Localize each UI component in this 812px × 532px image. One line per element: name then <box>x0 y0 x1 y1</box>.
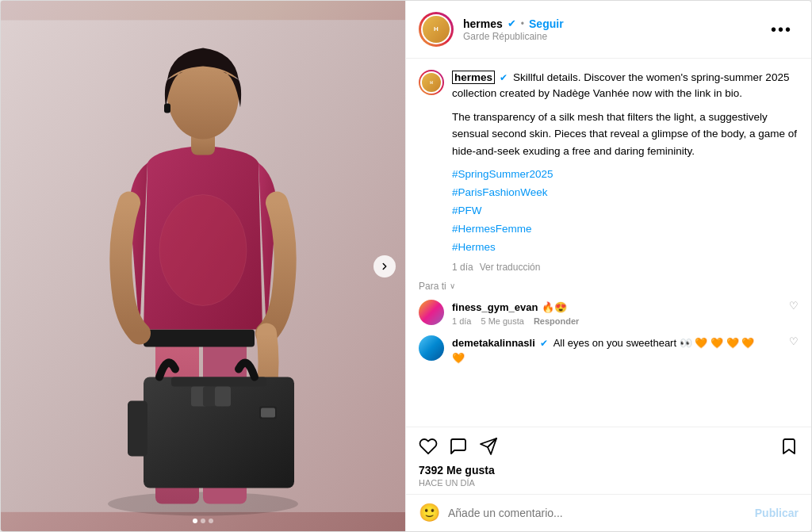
svg-rect-14 <box>215 387 231 407</box>
hashtag-3[interactable]: #PFW <box>452 202 799 220</box>
comment-2-username[interactable]: demetakalinnasli <box>452 337 535 349</box>
post-date: Hace un día <box>406 478 811 494</box>
account-name-row: hermes ✔ • Seguir <box>463 17 764 30</box>
translate-button[interactable]: Ver traducción <box>480 262 541 273</box>
post-content-side: H hermes ✔ • Seguir Garde Républicaine •… <box>405 1 811 531</box>
comment-2-verified-icon: ✔ <box>540 338 548 349</box>
dot-2 <box>201 519 205 523</box>
svg-point-6 <box>159 195 247 306</box>
more-options-button[interactable]: ••• <box>764 17 799 42</box>
hashtags: #SpringSummer2025 #ParisFashionWeek #PFW… <box>452 166 799 257</box>
caption-description: The transparency of a silk mesh that fil… <box>452 109 799 160</box>
next-arrow[interactable] <box>373 255 396 277</box>
for-you-chevron-icon: ∨ <box>450 281 455 290</box>
for-you-text: Para ti <box>419 281 446 292</box>
post-image <box>1 1 405 531</box>
save-button[interactable] <box>779 434 799 459</box>
svg-rect-5 <box>144 330 255 347</box>
comment-button[interactable] <box>449 434 468 459</box>
action-icons-row <box>419 434 799 459</box>
svg-rect-17 <box>261 408 275 418</box>
likes-count: 7392 Me gusta <box>406 462 811 478</box>
post-main: H hermes ✔ • Seguir Garde Républicaine •… <box>1 1 811 531</box>
account-info: hermes ✔ • Seguir Garde Républicaine <box>463 17 764 42</box>
caption-post-header: H hermes ✔ Skillful details. Discover th… <box>419 70 799 273</box>
comment-1-heart-icon[interactable]: ♡ <box>789 300 799 312</box>
avatar-logo-text: H <box>434 26 439 33</box>
comment-2-avatar[interactable] <box>419 335 444 361</box>
hashtag-4[interactable]: #HermesFemme <box>452 220 799 239</box>
comment-1-reply-button[interactable]: Responder <box>534 316 579 326</box>
account-header: H hermes ✔ • Seguir Garde Républicaine •… <box>406 1 811 59</box>
instagram-post: H hermes ✔ • Seguir Garde Républicaine •… <box>0 0 812 532</box>
caption-verified-icon: ✔ <box>500 72 508 83</box>
comment-1-avatar[interactable] <box>419 300 444 325</box>
caption-avatar-inner: H <box>420 71 442 94</box>
dot-3 <box>209 519 213 523</box>
comment-2-meta: 🧡 <box>452 352 781 364</box>
separator: • <box>521 18 524 29</box>
dot-1 <box>193 519 197 523</box>
svg-rect-9 <box>164 104 170 113</box>
comment-1-body: finess_gym_evan 🔥😍 1 día 5 Me gusta Resp… <box>452 300 781 326</box>
comment-1-meta: 1 día 5 Me gusta Responder <box>452 316 781 326</box>
caption-avatar-logo: H <box>422 73 441 92</box>
caption-username[interactable]: hermes <box>452 71 495 84</box>
follow-button[interactable]: Seguir <box>529 17 564 30</box>
caption-text-block: hermes ✔ Skillful details. Discover the … <box>452 70 799 273</box>
like-button[interactable] <box>419 434 438 459</box>
verified-icon: ✔ <box>508 17 516 29</box>
hashtag-5[interactable]: #Hermes <box>452 239 799 257</box>
slide-indicators <box>193 519 213 523</box>
caption-avatar[interactable]: H <box>419 70 444 95</box>
comment-input[interactable] <box>448 507 747 519</box>
comment-1-text: 🔥😍 <box>542 301 567 313</box>
for-you-row[interactable]: Para ti ∨ <box>419 281 799 292</box>
time-translate-row: 1 día Ver traducción <box>452 262 799 273</box>
image-placeholder <box>1 1 405 531</box>
caption-avatar-logo-text: H <box>430 80 433 85</box>
comment-1-username[interactable]: finess_gym_evan <box>452 301 538 313</box>
account-username[interactable]: hermes <box>463 17 503 30</box>
avatar-wrapper[interactable]: H <box>419 12 454 47</box>
post-time: 1 día <box>452 262 473 273</box>
comment-1: finess_gym_evan 🔥😍 1 día 5 Me gusta Resp… <box>419 300 799 326</box>
share-button[interactable] <box>479 434 498 459</box>
hashtag-1[interactable]: #SpringSummer2025 <box>452 166 799 184</box>
comment-1-time: 1 día <box>452 316 471 326</box>
svg-rect-15 <box>128 401 147 457</box>
comment-2: demetakalinnasli ✔ All eyes on you sweet… <box>419 335 799 364</box>
avatar-inner: H <box>421 14 451 44</box>
comment-2-heart-icon[interactable]: ♡ <box>789 335 799 347</box>
publish-button[interactable]: Publicar <box>755 507 799 519</box>
comment-1-likes: 5 Me gusta <box>481 316 523 326</box>
add-comment-bar: 🙂 Publicar <box>406 494 811 531</box>
comment-2-body: demetakalinnasli ✔ All eyes on you sweet… <box>452 335 781 364</box>
comment-2-text2: 🧡 <box>452 352 465 364</box>
hashtag-2[interactable]: #ParisFashionWeek <box>452 184 799 202</box>
caption-area: H hermes ✔ Skillful details. Discover th… <box>406 59 811 427</box>
emoji-button[interactable]: 🙂 <box>419 503 440 523</box>
avatar-ring: H <box>419 12 454 47</box>
account-location: Garde Républicaine <box>463 31 764 42</box>
avatar-logo: H <box>423 16 450 43</box>
comment-2-text: All eyes on you sweetheart 👀 🧡 🧡 🧡 🧡 <box>553 337 754 349</box>
actions-bar <box>406 427 811 462</box>
